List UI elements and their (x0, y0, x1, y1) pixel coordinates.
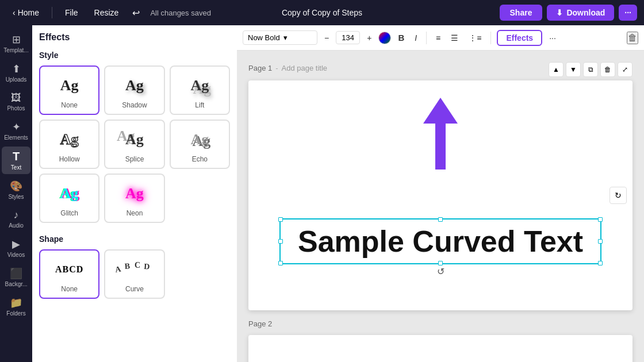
style-splice-label: Splice (125, 155, 144, 163)
background-icon: ⬛ (10, 267, 22, 280)
home-button[interactable]: ‹ Home (7, 6, 45, 20)
style-lift[interactable]: Ag Lift (170, 66, 230, 115)
font-size-plus[interactable]: + (363, 31, 375, 45)
text-options-button[interactable]: ⋮≡ (465, 31, 485, 45)
font-selector[interactable]: Now Bold ▾ (243, 30, 317, 45)
sidebar-item-elements[interactable]: ✦ Elements (2, 117, 30, 144)
canvas-refresh-button[interactable]: ↻ (610, 187, 627, 204)
italic-button[interactable]: I (411, 31, 420, 45)
style-neon[interactable]: Ag Neon (104, 174, 164, 223)
download-button[interactable]: ⬇ Download (547, 5, 614, 21)
templates-label: Templat... (3, 47, 28, 53)
style-lift-label: Lift (195, 101, 204, 109)
svg-text:D: D (144, 262, 151, 271)
svg-text:A: A (114, 264, 122, 274)
rotate-handle[interactable]: ↺ (437, 266, 444, 277)
text-element[interactable]: Sample Curved Text ↺ (279, 218, 601, 264)
sidebar-item-folders[interactable]: 📁 Folders (2, 293, 30, 320)
handle-bm[interactable] (438, 261, 443, 265)
style-none-preview: Ag (49, 71, 90, 100)
style-section-title: Style (39, 51, 230, 60)
handle-br[interactable] (598, 261, 603, 265)
style-echo[interactable]: Ag Echo (170, 120, 230, 169)
effects-button[interactable]: Effects (497, 30, 542, 46)
canvas-area: Now Bold ▾ − + B I ≡ ☰ ⋮≡ Effects ··· 🗑 (237, 25, 644, 362)
list-button[interactable]: ☰ (447, 31, 462, 45)
shape-none[interactable]: ABCD None (39, 249, 99, 299)
sidebar-item-background[interactable]: ⬛ Backgr... (2, 264, 30, 291)
handle-mr[interactable] (598, 239, 603, 244)
handle-bl[interactable] (278, 261, 283, 265)
page-1-number: Page 1 (248, 64, 272, 72)
more-text-options[interactable]: ··· (546, 31, 559, 45)
nav-divider-1 (52, 7, 52, 18)
more-options-button[interactable]: ··· (619, 5, 637, 21)
style-glitch-preview: Ag (49, 179, 90, 208)
style-hollow-label: Hollow (59, 155, 80, 163)
page-1-canvas[interactable]: Sample Curved Text ↺ ↻ (248, 80, 632, 310)
handle-tr[interactable] (598, 217, 603, 222)
style-splice-preview: Ag Ag (114, 125, 155, 154)
font-size-minus[interactable]: − (321, 31, 332, 45)
page-1-header: Page 1 - Add page title ▲ ▼ ⧉ 🗑 ⤢ (248, 62, 632, 77)
uploads-icon: ⬆ (12, 63, 21, 75)
svg-text:C: C (135, 261, 141, 269)
handle-ml[interactable] (278, 239, 283, 244)
shape-curve-preview: A B C D (114, 255, 155, 284)
sidebar-item-videos[interactable]: ▶ Videos (2, 234, 30, 261)
effects-panel: Effects Style Ag None Ag Shadow Ag Lift … (32, 25, 237, 362)
share-button[interactable]: Share (500, 5, 543, 21)
style-glitch[interactable]: Ag Glitch (39, 174, 99, 223)
sidebar-item-styles[interactable]: 🎨 Styles (2, 176, 30, 203)
style-hollow[interactable]: Ag Hollow (39, 120, 99, 169)
style-lift-preview: Ag (179, 71, 220, 100)
home-label: Home (18, 8, 39, 17)
styles-icon: 🎨 (10, 180, 22, 192)
file-menu-button[interactable]: File (59, 6, 84, 20)
sidebar-item-uploads[interactable]: ⬆ Uploads (2, 59, 30, 86)
icon-sidebar: ⊞ Templat... ⬆ Uploads 🖼 Photos ✦ Elemen… (0, 25, 32, 362)
videos-label: Videos (7, 252, 25, 258)
effects-panel-title: Effects (39, 32, 230, 43)
audio-label: Audio (9, 222, 24, 229)
handle-tl[interactable] (278, 217, 283, 222)
arrow-head (423, 98, 458, 124)
align-center-button[interactable]: ≡ (432, 31, 444, 45)
sidebar-item-templates[interactable]: ⊞ Templat... (2, 30, 30, 57)
font-size-input[interactable] (336, 31, 360, 44)
resize-button[interactable]: Resize (89, 6, 125, 20)
delete-button[interactable]: 🗑 (627, 32, 638, 44)
page-down-button[interactable]: ▼ (566, 62, 581, 77)
style-neon-preview: Ag (114, 179, 155, 208)
page-expand-button[interactable]: ⤢ (618, 62, 632, 77)
handle-tm[interactable] (438, 217, 443, 222)
toolbar-divider-1 (426, 32, 427, 44)
background-label: Backgr... (5, 281, 28, 287)
page-2-canvas[interactable] (248, 335, 632, 362)
style-splice[interactable]: Ag Ag Splice (104, 120, 164, 169)
style-shadow[interactable]: Ag Shadow (104, 66, 164, 115)
font-color-button[interactable] (378, 32, 391, 44)
bold-button[interactable]: B (394, 30, 408, 45)
page-2-label: Page 2 (248, 319, 272, 328)
add-page-title[interactable]: Add page title (282, 64, 328, 72)
sidebar-item-audio[interactable]: ♪ Audio (2, 206, 30, 232)
shape-grid: ABCD None A B C D Curve (39, 249, 230, 299)
page-delete-button[interactable]: 🗑 (600, 62, 615, 77)
photos-icon: 🖼 (11, 92, 21, 104)
canvas-scroll[interactable]: Page 1 - Add page title ▲ ▼ ⧉ 🗑 ⤢ (237, 51, 644, 362)
text-label: Text (11, 164, 21, 171)
page-copy-button[interactable]: ⧉ (583, 62, 598, 77)
templates-icon: ⊞ (12, 33, 21, 46)
page-1-label: Page 1 - Add page title (248, 64, 327, 72)
style-none[interactable]: Ag None (39, 66, 99, 115)
navbar: ‹ Home File Resize ↩ All changes saved C… (0, 0, 644, 25)
sidebar-item-text[interactable]: T Text (2, 147, 30, 174)
sidebar-item-photos[interactable]: 🖼 Photos (2, 88, 30, 115)
main-layout: ⊞ Templat... ⬆ Uploads 🖼 Photos ✦ Elemen… (0, 25, 644, 362)
arrow-element[interactable] (423, 98, 458, 170)
shape-curve[interactable]: A B C D Curve (104, 249, 164, 299)
undo-button[interactable]: ↩ (129, 5, 143, 21)
page-up-button[interactable]: ▲ (549, 62, 564, 77)
elements-icon: ✦ (12, 121, 21, 133)
